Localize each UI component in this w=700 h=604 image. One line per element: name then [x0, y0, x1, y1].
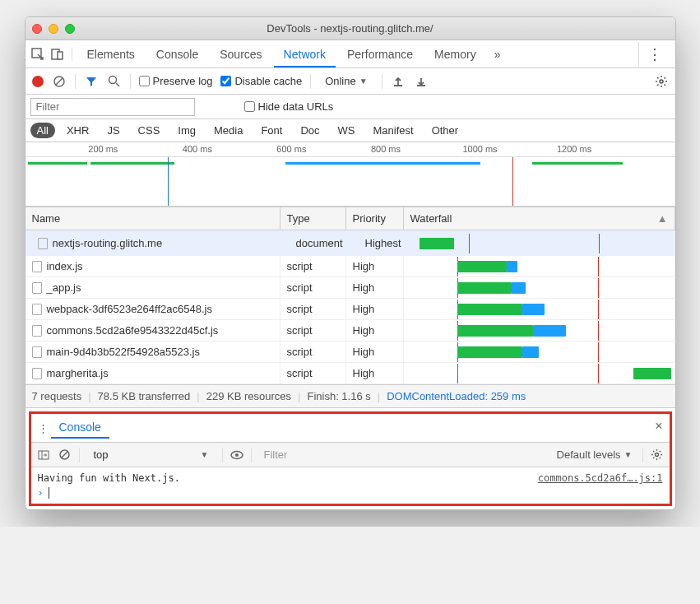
network-toolbar: Preserve log Disable cache Online▼ — [25, 68, 675, 95]
titlebar: DevTools - nextjs-routing.glitch.me/ — [25, 17, 675, 40]
maximize-button[interactable] — [65, 24, 75, 34]
record-button[interactable] — [32, 76, 44, 87]
overview-chart[interactable] — [25, 157, 675, 207]
filter-input[interactable] — [30, 98, 195, 116]
devtools-window: DevTools - nextjs-routing.glitch.me/ Ele… — [25, 16, 676, 510]
filter-xhr[interactable]: XHR — [60, 123, 95, 138]
log-message: Having fun with Next.js. — [38, 472, 180, 484]
file-icon — [32, 261, 42, 272]
svg-point-7 — [660, 80, 663, 83]
summary-finish: Finish: 1.16 s — [307, 390, 370, 402]
summary-resources: 229 KB resources — [206, 390, 291, 402]
inspect-icon[interactable] — [30, 48, 45, 61]
svg-line-6 — [116, 83, 119, 86]
search-icon[interactable] — [107, 75, 122, 87]
table-header: Name Type Priority Waterfall▲ — [25, 207, 675, 230]
chevron-down-icon: ▼ — [359, 77, 368, 86]
main-tabs: ElementsConsoleSourcesNetworkPerformance… — [25, 40, 675, 68]
console-sidebar-icon[interactable] — [36, 449, 51, 461]
log-levels-select[interactable]: Default levels▼ — [557, 448, 636, 461]
device-icon[interactable] — [50, 48, 65, 61]
throttling-select[interactable]: Online▼ — [319, 72, 373, 90]
console-tab[interactable]: Console — [51, 417, 109, 439]
table-row[interactable]: margherita.jsscriptHigh — [25, 363, 675, 384]
close-button[interactable] — [32, 24, 42, 34]
table-row[interactable]: nextjs-routing.glitch.medocumentHighest — [25, 230, 675, 256]
console-prompt[interactable]: › — [31, 486, 670, 500]
menu-icon[interactable]: ⋮ — [638, 42, 670, 67]
table-row[interactable]: index.jsscriptHigh — [25, 256, 675, 277]
file-icon — [32, 304, 42, 315]
console-clear-icon[interactable] — [58, 448, 72, 461]
request-table: nextjs-routing.glitch.medocumentHighesti… — [25, 230, 675, 384]
upload-icon[interactable] — [391, 76, 406, 87]
svg-point-13 — [235, 453, 239, 457]
window-controls — [32, 24, 75, 34]
console-settings-icon[interactable] — [650, 448, 665, 461]
sort-icon: ▲ — [657, 212, 668, 225]
prompt-chevron-icon: › — [38, 487, 44, 499]
timeline-ruler: 200 ms400 ms600 ms800 ms1000 ms1200 ms — [25, 142, 675, 157]
summary-transferred: 78.5 KB transferred — [98, 390, 191, 402]
filter-js[interactable]: JS — [100, 123, 126, 138]
download-icon[interactable] — [414, 76, 429, 87]
tab-network[interactable]: Network — [274, 41, 336, 67]
filter-manifest[interactable]: Manifest — [367, 123, 420, 138]
file-icon — [32, 368, 42, 379]
tab-memory[interactable]: Memory — [424, 41, 486, 67]
tab-sources[interactable]: Sources — [210, 41, 271, 67]
filter-css[interactable]: CSS — [132, 123, 167, 138]
col-waterfall[interactable]: Waterfall▲ — [404, 207, 675, 230]
file-icon — [32, 282, 42, 294]
filter-img[interactable]: Img — [171, 123, 202, 138]
col-type[interactable]: Type — [280, 207, 346, 230]
filter-doc[interactable]: Doc — [294, 123, 326, 138]
chevron-down-icon: ▼ — [624, 450, 633, 459]
table-row[interactable]: main-9d4b3b522f54928a5523.jsscriptHigh — [25, 341, 675, 363]
file-icon — [32, 325, 42, 337]
clear-icon[interactable] — [52, 75, 67, 88]
table-row[interactable]: commons.5cd2a6fe9543322d45cf.jsscriptHig… — [25, 320, 675, 341]
disable-cache-checkbox[interactable]: Disable cache — [220, 75, 302, 87]
drawer-menu-icon[interactable]: ⋮ — [36, 422, 51, 434]
filter-ws[interactable]: WS — [331, 123, 362, 138]
svg-point-5 — [109, 77, 117, 84]
preserve-log-checkbox[interactable]: Preserve log — [139, 75, 213, 87]
summary-bar: 7 requests| 78.5 KB transferred| 229 KB … — [25, 384, 675, 408]
filter-media[interactable]: Media — [207, 123, 249, 138]
col-name[interactable]: Name — [25, 207, 280, 230]
file-icon — [38, 238, 48, 249]
svg-line-11 — [62, 452, 67, 458]
tab-performance[interactable]: Performance — [337, 41, 423, 67]
tabs-overflow[interactable]: » — [488, 44, 508, 64]
summary-requests: 7 requests — [32, 390, 82, 402]
hide-data-urls-checkbox[interactable]: Hide data URLs — [244, 100, 334, 113]
summary-domcontentloaded: DOMContentLoaded: 259 ms — [387, 390, 526, 402]
settings-icon[interactable] — [654, 75, 669, 88]
context-select[interactable]: top▼ — [86, 446, 216, 463]
console-filter-input[interactable]: Filter — [258, 447, 549, 462]
chevron-down-icon: ▼ — [201, 450, 209, 459]
file-icon — [32, 346, 42, 358]
console-output: Having fun with Next.js. commons.5cd2a6f… — [31, 467, 670, 504]
type-filter-row: AllXHRJSCSSImgMediaFontDocWSManifestOthe… — [25, 119, 675, 142]
log-source-link[interactable]: commons.5cd2a6f….js:1 — [538, 472, 663, 484]
svg-point-14 — [656, 453, 659, 457]
minimize-button[interactable] — [49, 24, 58, 34]
filter-all[interactable]: All — [30, 123, 55, 138]
filter-font[interactable]: Font — [254, 123, 289, 138]
filter-icon[interactable] — [84, 76, 99, 87]
table-row[interactable]: _app.jsscriptHigh — [25, 277, 675, 299]
svg-rect-2 — [58, 52, 63, 59]
log-entry[interactable]: Having fun with Next.js. commons.5cd2a6f… — [31, 471, 670, 486]
filter-bar: Hide data URLs — [25, 95, 675, 119]
svg-line-4 — [56, 78, 63, 85]
live-expression-icon[interactable] — [229, 450, 244, 460]
tab-console[interactable]: Console — [146, 41, 208, 67]
filter-other[interactable]: Other — [425, 123, 466, 138]
close-drawer-icon[interactable]: × — [647, 414, 670, 439]
tab-elements[interactable]: Elements — [77, 41, 145, 67]
table-row[interactable]: webpack-3df6523e264ff2ac6548.jsscriptHig… — [25, 299, 675, 320]
col-priority[interactable]: Priority — [346, 207, 404, 230]
console-drawer: × ⋮ Console top▼ Filter Default levels▼ … — [29, 411, 672, 506]
